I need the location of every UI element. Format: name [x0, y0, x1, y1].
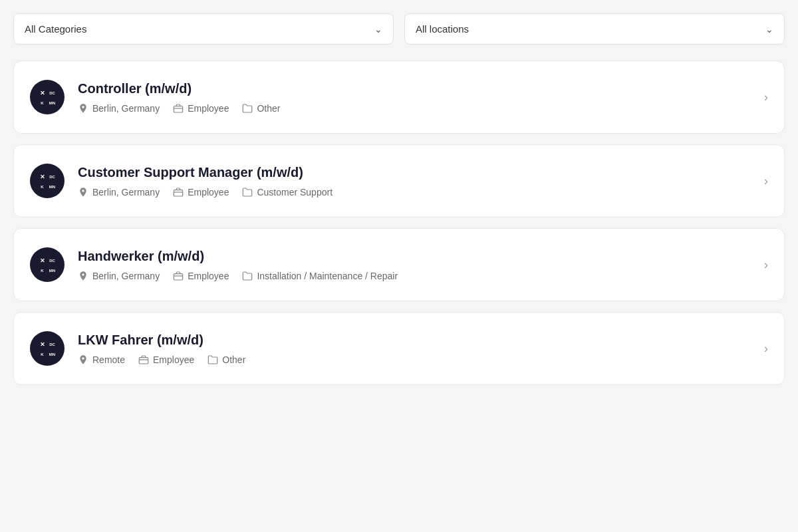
svg-rect-2 — [174, 190, 182, 196]
logo-x: ✕ — [38, 255, 47, 265]
location-icon — [78, 271, 88, 281]
logo-x: ✕ — [38, 339, 47, 349]
logo-mn: MN — [48, 350, 57, 358]
job-title: Customer Support Manager (m/w/d) — [78, 165, 751, 180]
job-card-1[interactable]: ✕ DC K MN Controller (m/w/d) Berlin, Ger… — [13, 61, 785, 134]
logo-mn: MN — [48, 99, 57, 106]
job-info: LKW Fahrer (m/w/d) Remote Employee — [78, 332, 751, 365]
logo-inner: ✕ DC K MN — [38, 172, 57, 190]
categories-label: All Categories — [25, 23, 86, 35]
type-text: Employee — [188, 187, 229, 198]
location-text: Berlin, Germany — [92, 187, 160, 198]
chevron-right-icon: › — [764, 258, 768, 272]
location-text: Berlin, Germany — [92, 271, 160, 281]
job-type: Employee — [138, 354, 194, 365]
locations-chevron-icon: ⌄ — [765, 24, 773, 35]
job-info: Handwerker (m/w/d) Berlin, Germany Emplo… — [78, 249, 751, 281]
location-icon — [78, 354, 88, 365]
svg-rect-0 — [174, 106, 182, 112]
location-text: Remote — [92, 354, 125, 365]
job-category: Other — [207, 354, 245, 365]
locations-label: All locations — [416, 23, 469, 35]
briefcase-icon — [173, 103, 184, 114]
logo-k: K — [38, 267, 47, 274]
folder-icon — [242, 187, 253, 198]
briefcase-icon — [173, 187, 184, 198]
logo-k: K — [38, 350, 47, 358]
type-text: Employee — [153, 354, 194, 365]
job-location: Berlin, Germany — [78, 103, 160, 114]
type-text: Employee — [188, 271, 229, 281]
chevron-right-icon: › — [764, 90, 768, 104]
logo-inner: ✕ DC K MN — [38, 339, 57, 358]
locations-filter[interactable]: All locations ⌄ — [404, 13, 785, 45]
location-icon — [78, 187, 88, 198]
chevron-right-icon: › — [764, 174, 768, 188]
category-text: Other — [222, 354, 245, 365]
location-text: Berlin, Germany — [92, 103, 160, 114]
filters-row: All Categories ⌄ All locations ⌄ — [13, 13, 785, 45]
job-list: ✕ DC K MN Controller (m/w/d) Berlin, Ger… — [13, 61, 785, 385]
type-text: Employee — [188, 103, 229, 114]
logo-k: K — [38, 99, 47, 106]
folder-icon — [242, 271, 253, 281]
job-type: Employee — [173, 103, 229, 114]
job-category: Customer Support — [242, 187, 332, 198]
logo-mn: MN — [48, 267, 57, 274]
logo-mn: MN — [48, 183, 57, 190]
category-text: Customer Support — [257, 187, 332, 198]
job-category: Installation / Maintenance / Repair — [242, 271, 398, 281]
categories-filter[interactable]: All Categories ⌄ — [13, 13, 394, 45]
categories-chevron-icon: ⌄ — [374, 24, 382, 35]
folder-icon — [207, 354, 218, 365]
location-icon — [78, 103, 88, 114]
company-logo: ✕ DC K MN — [30, 164, 65, 198]
job-location: Berlin, Germany — [78, 271, 160, 281]
logo-dc: DC — [48, 172, 57, 182]
category-text: Installation / Maintenance / Repair — [257, 271, 398, 281]
job-meta: Berlin, Germany Employee Other — [78, 103, 751, 114]
company-logo: ✕ DC K MN — [30, 331, 65, 366]
logo-inner: ✕ DC K MN — [38, 88, 57, 106]
job-info: Customer Support Manager (m/w/d) Berlin,… — [78, 165, 751, 198]
chevron-right-icon: › — [764, 342, 768, 356]
logo-dc: DC — [48, 339, 57, 349]
logo-x: ✕ — [38, 88, 47, 98]
logo-dc: DC — [48, 255, 57, 265]
job-card-2[interactable]: ✕ DC K MN Customer Support Manager (m/w/… — [13, 144, 785, 217]
briefcase-icon — [138, 354, 149, 365]
job-meta: Berlin, Germany Employee Customer Suppor… — [78, 187, 751, 198]
folder-icon — [242, 103, 253, 114]
logo-x: ✕ — [38, 172, 47, 182]
job-title: Handwerker (m/w/d) — [78, 249, 751, 264]
job-location: Remote — [78, 354, 125, 365]
job-card-3[interactable]: ✕ DC K MN Handwerker (m/w/d) Berlin, Ger… — [13, 228, 785, 301]
job-type: Employee — [173, 271, 229, 281]
svg-rect-4 — [174, 273, 182, 279]
job-info: Controller (m/w/d) Berlin, Germany Emplo… — [78, 81, 751, 114]
job-meta: Remote Employee Other — [78, 354, 751, 365]
logo-inner: ✕ DC K MN — [38, 255, 57, 274]
category-text: Other — [257, 103, 280, 114]
company-logo: ✕ DC K MN — [30, 247, 65, 282]
job-meta: Berlin, Germany Employee Installation / … — [78, 271, 751, 281]
job-type: Employee — [173, 187, 229, 198]
company-logo: ✕ DC K MN — [30, 80, 65, 114]
job-card-4[interactable]: ✕ DC K MN LKW Fahrer (m/w/d) Remote — [13, 312, 785, 385]
logo-dc: DC — [48, 88, 57, 98]
briefcase-icon — [173, 271, 184, 281]
job-title: LKW Fahrer (m/w/d) — [78, 332, 751, 348]
job-location: Berlin, Germany — [78, 187, 160, 198]
job-title: Controller (m/w/d) — [78, 81, 751, 96]
logo-k: K — [38, 183, 47, 190]
svg-rect-6 — [139, 357, 148, 363]
job-category: Other — [242, 103, 280, 114]
